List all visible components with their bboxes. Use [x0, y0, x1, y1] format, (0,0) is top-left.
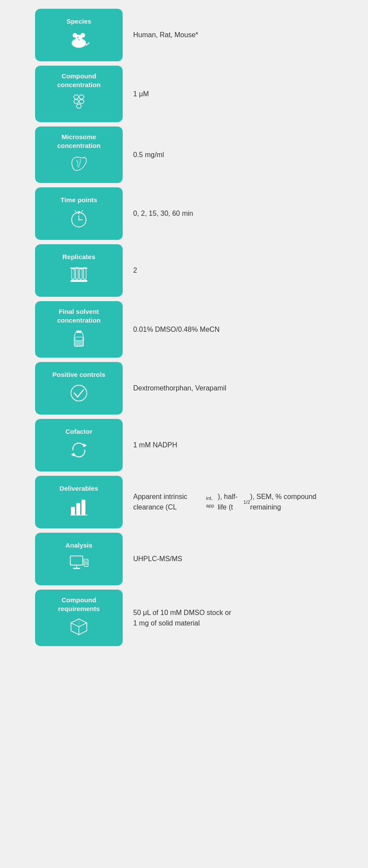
final-solvent-value: 0.01% DMSO/0.48% MeCN: [123, 301, 333, 358]
svg-point-19: [78, 219, 80, 220]
main-container: Species: [35, 9, 333, 859]
hexagons-icon: [68, 92, 89, 116]
positive-controls-value: Dextromethorphan, Verapamil: [123, 362, 333, 415]
svg-rect-33: [76, 503, 80, 515]
tubes-icon: [68, 265, 89, 288]
deliverables-row: Deliverables Apparent intrinsic clearanc…: [35, 476, 333, 528]
analysis-label: Analysis: [65, 541, 92, 550]
svg-marker-10: [79, 100, 84, 104]
box-icon: [68, 616, 89, 640]
svg-marker-8: [79, 95, 84, 99]
svg-line-18: [81, 211, 83, 212]
analysis-value: UHPLC-MS/MS: [123, 533, 333, 585]
positive-controls-label: Positive controls: [53, 370, 106, 379]
svg-rect-23: [84, 267, 86, 279]
cofactor-row: Cofactor 1 mM NADPH: [35, 419, 333, 471]
cofactor-label-col: Cofactor: [35, 419, 123, 471]
replicates-label-col: Replicates: [35, 244, 123, 297]
svg-rect-32: [71, 507, 75, 515]
analysis-label-col: Analysis: [35, 533, 123, 585]
compound-concentration-row: Compoundconcentration 1 μM: [35, 66, 333, 122]
time-points-value: 0, 2, 15, 30, 60 min: [123, 187, 333, 240]
mouse-icon: [68, 29, 89, 53]
svg-point-6: [78, 39, 80, 40]
time-points-label: Time points: [60, 196, 97, 204]
liver-icon: [68, 153, 89, 177]
species-label: Species: [67, 17, 92, 26]
svg-point-4: [81, 33, 85, 38]
compound-requirements-row: Compoundrequirements 50 μL of 10 mM DMSO…: [35, 590, 333, 646]
time-points-row: Time points: [35, 187, 333, 240]
barchart-icon: [68, 496, 89, 520]
svg-line-17: [75, 211, 76, 212]
positive-controls-row: Positive controls Dextromethorphan, Vera…: [35, 362, 333, 415]
microsome-concentration-row: Microsomeconcentration 0.5 mg/ml: [35, 127, 333, 183]
microsome-concentration-label-col: Microsomeconcentration: [35, 127, 123, 183]
svg-marker-7: [74, 95, 79, 99]
clock-icon: [68, 208, 89, 232]
replicates-label: Replicates: [62, 253, 95, 261]
svg-rect-24: [71, 280, 88, 282]
final-solvent-label: Final solventconcentration: [57, 307, 100, 324]
svg-marker-9: [74, 100, 79, 104]
positive-controls-label-col: Positive controls: [35, 362, 123, 415]
svg-rect-21: [76, 267, 78, 279]
svg-rect-41: [85, 562, 88, 563]
microsome-concentration-label: Microsomeconcentration: [57, 133, 100, 150]
species-value: Human, Rat, Mouse*: [123, 9, 333, 61]
checkmark-icon: [68, 383, 89, 406]
svg-rect-25: [71, 267, 88, 269]
svg-rect-16: [78, 211, 80, 212]
svg-point-3: [73, 33, 78, 38]
replicates-value: 2: [123, 244, 333, 297]
svg-marker-11: [76, 104, 81, 108]
compound-concentration-label-col: Compoundconcentration: [35, 66, 123, 122]
computer-icon: [68, 553, 89, 577]
cofactor-value: 1 mM NADPH: [123, 419, 333, 471]
final-solvent-label-col: Final solventconcentration: [35, 301, 123, 358]
svg-marker-31: [71, 453, 74, 457]
compound-concentration-value: 1 μM: [123, 66, 333, 122]
cofactor-label: Cofactor: [65, 427, 92, 436]
svg-line-44: [71, 623, 79, 627]
bottle-icon: [68, 328, 89, 351]
refresh-icon: [68, 439, 89, 463]
microsome-concentration-value: 0.5 mg/ml: [123, 127, 333, 183]
svg-rect-38: [73, 568, 81, 569]
svg-rect-34: [81, 499, 85, 515]
compound-requirements-label: Compoundrequirements: [58, 596, 99, 613]
svg-point-5: [77, 37, 78, 38]
svg-rect-42: [85, 564, 88, 565]
svg-rect-28: [75, 337, 83, 341]
time-points-label-col: Time points: [35, 187, 123, 240]
deliverables-label: Deliverables: [60, 484, 98, 493]
svg-rect-36: [71, 556, 83, 565]
svg-point-40: [85, 560, 87, 562]
svg-marker-30: [84, 443, 87, 447]
svg-line-45: [79, 623, 87, 627]
svg-point-29: [71, 385, 87, 401]
svg-rect-22: [80, 269, 82, 279]
deliverables-label-col: Deliverables: [35, 476, 123, 528]
species-label-col: Species: [35, 9, 123, 61]
svg-rect-27: [74, 341, 84, 347]
compound-requirements-label-col: Compoundrequirements: [35, 590, 123, 646]
compound-concentration-label: Compoundconcentration: [57, 72, 100, 89]
deliverables-value: Apparent intrinsic clearance (CLint, app…: [123, 476, 333, 528]
replicates-row: Replicates 2: [35, 244, 333, 297]
final-solvent-row: Final solventconcentration 0.01% DMSO/0.…: [35, 301, 333, 358]
species-row: Species: [35, 9, 333, 61]
analysis-row: Analysis UHPLC-MS/MS: [35, 533, 333, 585]
compound-requirements-value: 50 μL of 10 mM DMSO stock or1 mg of soli…: [123, 590, 333, 646]
svg-rect-20: [72, 269, 74, 279]
